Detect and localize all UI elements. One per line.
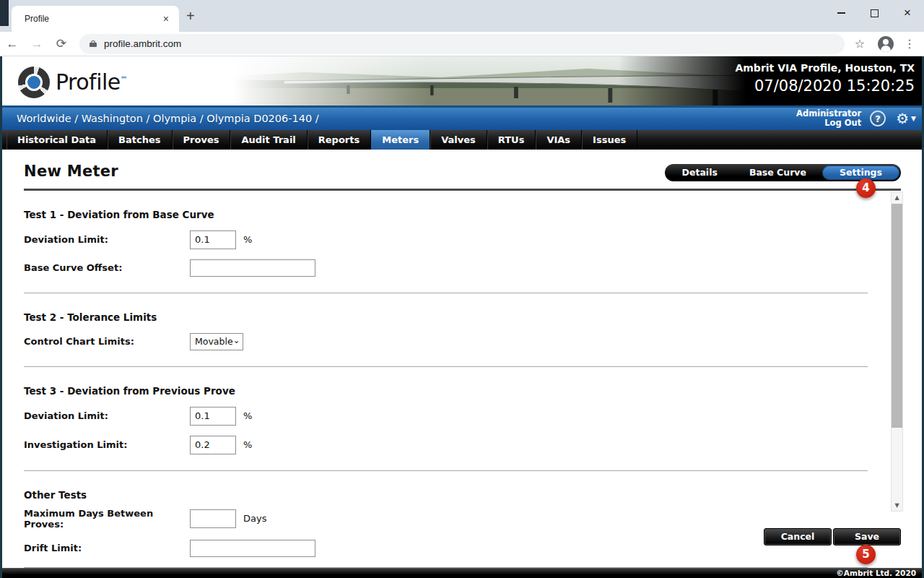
nav-tab-meters[interactable]: Meters bbox=[371, 130, 430, 150]
scrollbar-thumb[interactable] bbox=[892, 204, 902, 428]
field-label: Investigation Limit: bbox=[24, 439, 190, 450]
new-tab-button[interactable]: + bbox=[186, 9, 195, 23]
nav-tab-rtus[interactable]: RTUs bbox=[487, 130, 536, 150]
app-header: Profile™ Ambrit VIA Profile, Houston, TX… bbox=[2, 56, 922, 108]
gear-icon: ⚙ bbox=[896, 110, 909, 127]
scroll-up-icon[interactable]: ▲ bbox=[892, 192, 902, 203]
app-logo[interactable]: Profile™ bbox=[2, 56, 219, 108]
tutorial-badge-4: 4 bbox=[856, 178, 876, 198]
section-heading-other-tests: Other Tests bbox=[24, 489, 868, 501]
tab-title: Profile bbox=[25, 14, 160, 24]
copyright-text: ©Ambrit Ltd. 2020 bbox=[836, 569, 916, 577]
field-label: Deviation Limit: bbox=[24, 410, 190, 421]
section-divider bbox=[24, 567, 868, 568]
tutorial-badge-5: 5 bbox=[856, 545, 876, 564]
tab-details[interactable]: Details bbox=[666, 165, 733, 180]
nav-tab-audit-trail[interactable]: Audit Trail bbox=[230, 130, 307, 150]
back-icon[interactable]: ← bbox=[0, 37, 25, 51]
logo-wordmark: Profile™ bbox=[56, 69, 127, 95]
field-suffix: Days bbox=[243, 513, 266, 524]
logout-link[interactable]: Log Out bbox=[796, 118, 861, 128]
nav-tab-valves[interactable]: Valves bbox=[430, 130, 487, 150]
field-suffix: % bbox=[243, 439, 252, 450]
section-divider bbox=[24, 470, 868, 471]
drift-limit-input[interactable] bbox=[190, 540, 315, 557]
section-heading-test3: Test 3 - Deviation from Previous Prove bbox=[24, 385, 868, 397]
form-actions: Cancel Save bbox=[764, 528, 901, 545]
url-text: profile.ambrit.com bbox=[104, 38, 181, 49]
app-footer: ©Ambrit Ltd. 2020 bbox=[2, 568, 922, 578]
page-content: New Meter Details Base Curve Settings 4 … bbox=[2, 150, 922, 568]
user-box: Administrator Log Out bbox=[796, 109, 861, 128]
close-window-button[interactable]: × bbox=[891, 0, 924, 26]
settings-form: Test 1 - Deviation from Base Curve Devia… bbox=[24, 209, 868, 568]
main-nav: Historical Data Batches Proves Audit Tra… bbox=[2, 130, 922, 150]
chevron-down-icon: ⌄ bbox=[233, 337, 240, 343]
nav-tab-historical-data[interactable]: Historical Data bbox=[6, 130, 108, 150]
max-days-between-proves-input[interactable] bbox=[190, 509, 236, 528]
help-icon[interactable]: ? bbox=[870, 111, 886, 126]
window-controls: × bbox=[824, 0, 924, 26]
nav-tab-vias[interactable]: VIAs bbox=[536, 130, 582, 150]
field-label: Control Chart Limits: bbox=[24, 336, 190, 347]
tab-settings[interactable]: Settings bbox=[822, 165, 899, 180]
tab-base-curve[interactable]: Base Curve bbox=[733, 165, 822, 180]
field-row-control-chart-limits: Control Chart Limits: Movable ⌄ bbox=[24, 333, 868, 350]
deviation-limit-3-input[interactable] bbox=[190, 407, 236, 426]
tab-close-icon[interactable]: × bbox=[160, 13, 172, 25]
chevron-down-icon: ▼ bbox=[911, 115, 916, 122]
field-suffix: % bbox=[243, 234, 252, 245]
forward-icon[interactable]: → bbox=[25, 37, 49, 51]
field-suffix: % bbox=[243, 410, 252, 421]
save-button[interactable]: Save bbox=[833, 528, 901, 545]
minimize-button[interactable] bbox=[824, 0, 858, 26]
breadcrumb[interactable]: Worldwide / Washington / Olympia / Olymp… bbox=[17, 113, 796, 124]
deviation-limit-1-input[interactable] bbox=[190, 230, 236, 249]
nav-tab-reports[interactable]: Reports bbox=[308, 130, 371, 150]
browser-tab[interactable]: Profile × bbox=[12, 6, 179, 32]
minimize-icon bbox=[837, 12, 845, 14]
app-frame: Profile™ Ambrit VIA Profile, Houston, TX… bbox=[0, 56, 924, 578]
field-label: Base Curve Offset: bbox=[24, 262, 190, 273]
base-curve-offset-input[interactable] bbox=[190, 259, 315, 277]
section-divider bbox=[24, 366, 868, 367]
browser-profile-avatar[interactable] bbox=[878, 36, 894, 52]
maximize-icon bbox=[871, 9, 879, 17]
site-title: Ambrit VIA Profile, Houston, TX bbox=[735, 62, 915, 74]
field-row-drift-limit: Drift Limit: bbox=[24, 540, 868, 557]
section-heading-test2: Test 2 - Tolerance Limits bbox=[24, 311, 868, 323]
field-label: Deviation Limit: bbox=[24, 234, 190, 245]
field-row-deviation-limit-3: Deviation Limit: % bbox=[24, 407, 868, 426]
header-info: Ambrit VIA Profile, Houston, TX 07/08/20… bbox=[735, 62, 915, 95]
nav-tab-proves[interactable]: Proves bbox=[173, 130, 231, 150]
investigation-limit-input[interactable] bbox=[190, 436, 236, 454]
trademark-symbol: ™ bbox=[121, 75, 128, 83]
select-value: Movable bbox=[195, 336, 233, 347]
control-chart-limits-select[interactable]: Movable ⌄ bbox=[190, 333, 243, 350]
nav-tab-issues[interactable]: Issues bbox=[582, 130, 637, 150]
title-divider bbox=[24, 189, 901, 191]
cancel-button[interactable]: Cancel bbox=[764, 528, 832, 545]
field-label: Maximum Days Between Proves: bbox=[24, 508, 190, 530]
breadcrumb-bar: Worldwide / Washington / Olympia / Olymp… bbox=[2, 108, 922, 130]
profile-logo-icon bbox=[18, 66, 50, 98]
field-label: Drift Limit: bbox=[24, 543, 190, 553]
datetime-display: 07/08/2020 15:20:25 bbox=[735, 77, 915, 95]
browser-url-bar: ← → ⟳ profile.ambrit.com ☆ ⋮ bbox=[0, 32, 924, 56]
section-divider bbox=[24, 293, 868, 293]
lock-icon bbox=[90, 40, 97, 47]
address-input[interactable]: profile.ambrit.com bbox=[79, 34, 845, 54]
section-heading-test1: Test 1 - Deviation from Base Curve bbox=[24, 209, 868, 220]
window-corner bbox=[0, 0, 9, 26]
browser-menu-icon[interactable]: ⋮ bbox=[904, 37, 915, 51]
nav-tab-batches[interactable]: Batches bbox=[108, 130, 172, 150]
bookmark-star-icon[interactable]: ☆ bbox=[855, 37, 865, 51]
scroll-down-icon[interactable]: ▼ bbox=[892, 500, 902, 511]
settings-gear-button[interactable]: ⚙ ▼ bbox=[896, 110, 916, 127]
field-row-base-curve-offset: Base Curve Offset: bbox=[24, 259, 868, 277]
form-scrollbar[interactable]: ▲ ▼ bbox=[891, 191, 903, 512]
browser-tab-strip: Profile × + × bbox=[0, 0, 924, 32]
refresh-icon[interactable]: ⟳ bbox=[49, 36, 74, 51]
maximize-button[interactable] bbox=[858, 0, 891, 26]
field-row-max-days-between-proves: Maximum Days Between Proves: Days bbox=[24, 508, 868, 530]
